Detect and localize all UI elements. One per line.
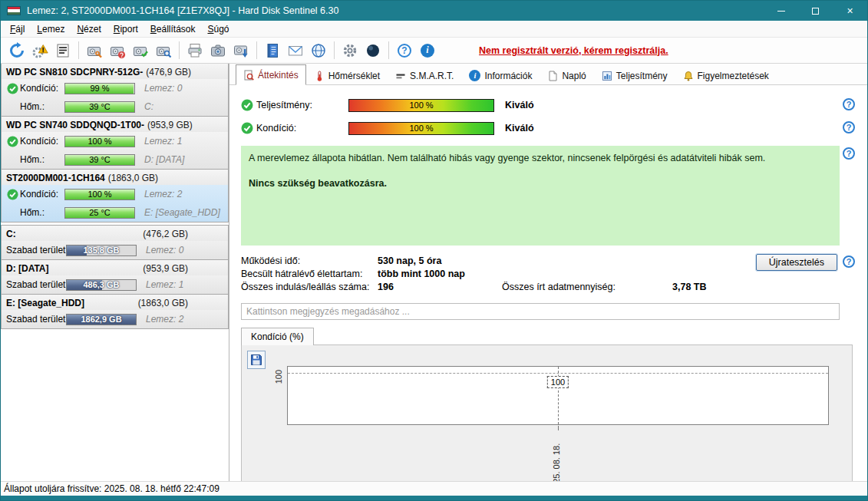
menu-disk[interactable]: Lemez xyxy=(31,21,71,37)
window-body: WD PC SN810 SDCPNRY-512G-(476,9 GB) Kond… xyxy=(1,64,867,481)
disk-repair-icon xyxy=(86,42,103,59)
save-floppy-icon xyxy=(250,354,262,366)
condition-bar: 99 % xyxy=(64,83,135,94)
temperature-label: Hőm.: xyxy=(20,207,64,218)
performance-chart-icon xyxy=(602,71,612,81)
status-ok-icon xyxy=(241,99,253,111)
retest-button[interactable]: Újratesztelés xyxy=(756,254,837,271)
minimize-button[interactable] xyxy=(764,1,798,21)
disk-export-button[interactable] xyxy=(230,40,252,61)
chart-tab-condition[interactable]: Kondíció (%) xyxy=(241,328,314,345)
save-chart-button[interactable] xyxy=(247,351,266,369)
disk-header: WD PC SN740 SDDQNQD-1T00-(953,9 GB) xyxy=(2,117,228,132)
tab-label: Figyelmeztetések xyxy=(698,71,769,81)
partition-name: D: [DATA] xyxy=(6,263,49,274)
disk-list-item-1[interactable]: WD PC SN740 SDDQNQD-1T00-(953,9 GB) Kond… xyxy=(1,116,229,170)
settings-button[interactable] xyxy=(339,40,361,61)
menu-view[interactable]: Nézet xyxy=(71,21,107,37)
status-ok-icon xyxy=(7,136,18,147)
help-icon[interactable]: ? xyxy=(843,98,855,110)
disk-number-label: Lemez: 0 xyxy=(144,83,182,94)
free-space-value: 1862,9 GB xyxy=(67,315,136,325)
menu-file[interactable]: Fájl xyxy=(4,21,31,37)
network-icon xyxy=(310,42,327,59)
help-icon[interactable]: ? xyxy=(843,147,855,160)
tab-temperature[interactable]: Hőmérséklet xyxy=(306,66,388,85)
status-message-box: A merevlemez állapota hibátlan. Nem talá… xyxy=(241,146,840,246)
tab-information[interactable]: i Információk xyxy=(461,66,540,85)
maximize-button[interactable] xyxy=(798,1,833,21)
menu-help[interactable]: Súgó xyxy=(201,21,235,37)
menu-settings[interactable]: Beállítások xyxy=(144,21,202,37)
partition-name: C: xyxy=(6,229,16,239)
disk-question-icon xyxy=(109,42,126,59)
disk-number-label: Lemez: 2 xyxy=(146,314,183,325)
disk-repair-button[interactable] xyxy=(84,40,105,61)
condition-bar: 100 % xyxy=(64,189,135,200)
condition-row: Kondíció: 100 % Lemez: 2 xyxy=(2,185,228,203)
partition-header: D: [DATA] (953,9 GB) xyxy=(2,260,228,275)
disk-search-button[interactable] xyxy=(153,40,174,61)
alert-settings-button[interactable] xyxy=(29,40,51,61)
print-button[interactable] xyxy=(184,40,206,61)
disk-ok-button[interactable] xyxy=(130,40,151,61)
condition-row: Kondíció: 100 % Lemez: 1 xyxy=(2,132,228,150)
x-axis-tick xyxy=(558,426,559,430)
disk-list-item-2-selected[interactable]: ST2000DM001-1CH164(1863,0 GB) Kondíció: … xyxy=(1,169,229,222)
tab-smart[interactable]: S.M.A.R.T. xyxy=(388,66,461,85)
y-axis-tick-label: 100 xyxy=(274,370,283,384)
network-button[interactable] xyxy=(308,40,329,61)
tab-log[interactable]: Napló xyxy=(540,66,593,85)
menu-report[interactable]: Riport xyxy=(107,21,144,37)
theme-button[interactable] xyxy=(362,40,384,61)
temperature-bar: 39 °C xyxy=(64,101,135,113)
partition-list-item-c[interactable]: C: (476,2 GB) Szabad terület 135,8 GB Le… xyxy=(1,225,229,260)
disk-list-item-0[interactable]: WD PC SN810 SDCPNRY-512G-(476,9 GB) Kond… xyxy=(1,64,229,117)
window-controls: × xyxy=(764,1,867,21)
disk-ok-icon xyxy=(132,42,149,59)
email-button[interactable] xyxy=(285,40,306,61)
free-space-label: Szabad terület xyxy=(6,245,66,255)
partition-name: E: [Seagate_HDD] xyxy=(6,298,84,308)
close-button[interactable]: × xyxy=(833,1,867,21)
window-bottom-edge xyxy=(1,496,867,500)
screenshot-button[interactable] xyxy=(207,40,229,61)
disk-name: WD PC SN810 SDCPNRY-512G- xyxy=(6,67,143,77)
disk-search-icon xyxy=(155,42,172,59)
partition-list-item-d[interactable]: D: [DATA] (953,9 GB) Szabad terület 486,… xyxy=(1,259,229,295)
help-icon[interactable]: ? xyxy=(843,255,855,268)
tab-overview[interactable]: Áttekintés xyxy=(236,64,306,85)
tab-alerts[interactable]: Figyelmeztetések xyxy=(675,66,777,85)
disk-size: (476,9 GB) xyxy=(146,67,191,77)
disk-question-button[interactable] xyxy=(107,40,128,61)
notes-button[interactable] xyxy=(262,40,283,61)
drive-letter-label: D: [DATA] xyxy=(144,154,184,165)
performance-row: Teljesítmény: 100 % Kiváló ? xyxy=(241,95,840,115)
partition-header: C: (476,2 GB) xyxy=(2,226,228,241)
condition-value: 99 % xyxy=(65,84,134,94)
disk-number-label: Lemez: 2 xyxy=(144,189,182,199)
gear-icon xyxy=(342,42,358,59)
start-stop-value: 196 xyxy=(378,282,502,292)
tabbar: Áttekintés Hőmérséklet S.M.A.R.T. i Info… xyxy=(229,64,867,85)
tab-performance[interactable]: Teljesítmény xyxy=(594,66,675,85)
temperature-bar: 39 °C xyxy=(64,154,135,166)
close-icon: × xyxy=(847,5,853,17)
help-button[interactable]: ? xyxy=(394,40,415,61)
main-panel: Áttekintés Hőmérséklet S.M.A.R.T. i Info… xyxy=(229,64,867,481)
info-button[interactable]: i xyxy=(417,40,438,61)
help-icon[interactable]: ? xyxy=(843,121,855,133)
theme-sphere-icon xyxy=(365,42,381,59)
condition-label: Kondíció: xyxy=(256,123,348,133)
titlebar: Lemez: 2, ST2000DM001-1CH164 [Z1E7X8QJ] … xyxy=(1,1,867,21)
thermometer-icon xyxy=(314,71,325,81)
comment-input[interactable] xyxy=(241,303,840,320)
partition-list-item-e[interactable]: E: [Seagate_HDD] (1863,0 GB) Szabad terü… xyxy=(1,294,229,329)
toolbar-separator xyxy=(78,41,79,59)
help-icon: ? xyxy=(398,44,411,58)
report-button[interactable] xyxy=(52,40,74,61)
refresh-button[interactable] xyxy=(6,40,28,61)
disk-header: ST2000DM001-1CH164(1863,0 GB) xyxy=(2,170,228,185)
condition-value: 100 % xyxy=(65,137,134,147)
register-link[interactable]: Nem regisztrált verzió, kérem regisztrál… xyxy=(479,45,668,56)
